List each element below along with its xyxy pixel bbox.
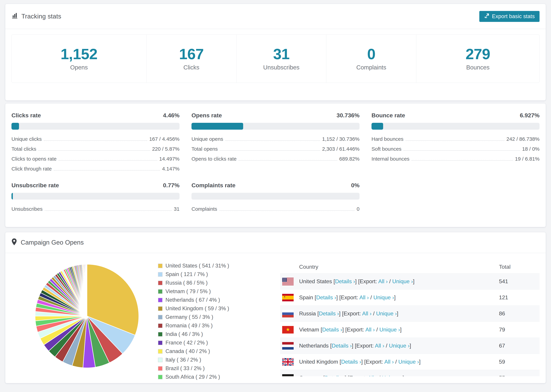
stat-label: Clicks (184, 64, 199, 71)
geo-country-table: Country Total United States [Details ›] … (280, 260, 540, 376)
legend-label: Spain ( 121 / 7% ) (165, 271, 208, 277)
rate-title: Complaints rate (191, 182, 235, 189)
rate-title: Unsubscribe rate (11, 182, 59, 189)
rate-value: 30.736% (337, 112, 360, 119)
table-row: Vietnam [Details ›] [Export: All › / Uni… (280, 322, 540, 338)
details-link[interactable]: Details › (316, 294, 336, 301)
table-row: Russia [Details ›] [Export: All › / Uniq… (280, 305, 540, 322)
legend-item: Romania ( 49 / 3% ) (158, 322, 268, 329)
campaign-geo-opens-card: Campaign Geo Opens United States ( 541 /… (5, 232, 546, 383)
export-icon (484, 13, 490, 20)
russia-flag-icon (282, 310, 294, 317)
total-value: 86 (499, 310, 540, 317)
unsubscribe-rate-block: Unsubscribe rate 0.77% Unsubscribes31 (11, 182, 179, 216)
geo-pie-chart (34, 263, 140, 370)
legend-label: United Kingdom ( 59 / 3% ) (165, 305, 229, 312)
details-link[interactable]: Details › (325, 375, 345, 376)
legend-label: Brazil ( 33 / 2% ) (165, 365, 205, 371)
stat-row: Hard bounces242 / 86.738% (372, 136, 540, 146)
export-unique-link[interactable]: Unique › (373, 294, 394, 301)
export-basic-stats-button[interactable]: Export basic stats (479, 11, 540, 22)
rate-value: 6.927% (520, 112, 540, 119)
details-link[interactable]: Details › (335, 278, 355, 284)
total-value: 121 (499, 294, 540, 301)
tracking-stats-card: Tracking stats Export basic stats 1,152 … (5, 4, 546, 101)
rate-value: 0.77% (163, 182, 179, 189)
export-unique-link[interactable]: Unique › (382, 375, 403, 376)
legend-swatch (158, 306, 162, 311)
stat-row: Clicks to opens rate14.497% (11, 156, 179, 166)
column-header-total: Total (499, 264, 540, 270)
export-all-link[interactable]: All › (359, 294, 369, 301)
rate-value: 0% (351, 182, 360, 189)
total-value: 79 (499, 327, 540, 333)
legend-item: South Africa ( 29 / 2% ) (158, 374, 268, 380)
legend-item: Spain ( 121 / 7% ) (158, 271, 268, 277)
total-value: 55 (499, 375, 540, 376)
legend-swatch (158, 264, 162, 268)
table-row: Netherlands [Details ›] [Export: All › /… (280, 338, 540, 354)
stat-row: Internal bounces19 / 6.81% (372, 156, 540, 166)
stat-value: 31 (273, 47, 290, 62)
legend-label: Netherlands ( 67 / 4% ) (165, 297, 220, 303)
export-all-link[interactable]: All › (362, 310, 372, 317)
export-all-link[interactable]: All › (368, 375, 377, 376)
legend-swatch (158, 358, 162, 362)
export-all-link[interactable]: All › (365, 327, 375, 333)
total-value: 59 (499, 359, 540, 365)
stat-row: Complaints0 (191, 206, 360, 216)
details-link[interactable]: Details › (341, 359, 361, 365)
spain-flag-icon (282, 294, 294, 301)
complaints-rate-block: Complaints rate 0% Complaints0 (191, 182, 360, 216)
clicks-rate-bar (11, 123, 179, 130)
stat-opens: 1,152 Opens (12, 35, 147, 83)
legend-swatch (158, 315, 162, 320)
legend-item: Russia ( 86 / 5% ) (158, 280, 268, 286)
geo-legend: United States ( 541 / 31% )Spain ( 121 /… (158, 263, 268, 382)
geo-header: Campaign Geo Opens (5, 232, 546, 253)
section-title: Campaign Geo Opens (21, 239, 84, 246)
stat-bounces: 279 Bounces (416, 35, 539, 83)
stat-row: Unique opens1,152 / 30.736% (191, 136, 360, 146)
details-link[interactable]: Details › (319, 310, 339, 317)
legend-item: Canada ( 40 / 2% ) (158, 348, 268, 354)
export-unique-link[interactable]: Unique › (379, 327, 400, 333)
unsubscribe-rate-bar (11, 193, 179, 200)
bounce-rate-block: Bounce rate 6.927% Hard bounces242 / 86.… (372, 112, 540, 176)
opens-rate-block: Opens rate 30.736% Unique opens1,152 / 3… (191, 112, 360, 176)
legend-item: United Kingdom ( 59 / 3% ) (158, 305, 268, 312)
netherlands-flag-icon (282, 342, 294, 350)
rate-title: Clicks rate (11, 112, 41, 119)
legend-swatch (158, 272, 162, 277)
stat-complaints: 0 Complaints (326, 35, 416, 83)
stat-row: Opens to clicks rate689.82% (191, 156, 360, 166)
bar-chart-icon (11, 12, 18, 20)
export-unique-link[interactable]: Unique › (392, 278, 413, 284)
export-unique-link[interactable]: Unique › (389, 343, 410, 349)
stat-row: Total clicks220 / 5.87% (11, 146, 179, 156)
complaints-rate-bar (191, 193, 360, 200)
clicks-rate-block: Clicks rate 4.46% Unique clicks167 / 4.4… (11, 112, 179, 176)
export-unique-link[interactable]: Unique › (398, 359, 419, 365)
legend-swatch (158, 323, 162, 328)
export-all-link[interactable]: All › (378, 278, 388, 284)
export-all-link[interactable]: All › (384, 359, 394, 365)
legend-item: Brazil ( 33 / 2% ) (158, 365, 268, 371)
page-title: Tracking stats (21, 13, 61, 20)
legend-label: India ( 46 / 3% ) (165, 331, 203, 337)
export-unique-link[interactable]: Unique › (376, 310, 397, 317)
stat-label: Opens (70, 64, 88, 71)
stat-label: Complaints (356, 64, 386, 71)
details-link[interactable]: Details › (322, 327, 342, 333)
legend-swatch (158, 349, 162, 354)
map-pin-icon (11, 238, 17, 247)
stat-label: Unsubscribes (263, 64, 299, 71)
total-value: 541 (499, 278, 540, 285)
table-row: United States [Details ›] [Export: All ›… (280, 273, 540, 289)
legend-label: Germany ( 55 / 3% ) (165, 314, 213, 320)
legend-label: France ( 42 / 2% ) (165, 340, 208, 346)
export-all-link[interactable]: All › (375, 343, 384, 349)
table-row: United Kingdom [Details ›] [Export: All … (280, 354, 540, 370)
table-row: Spain [Details ›] [Export: All › / Uniqu… (280, 289, 540, 305)
details-link[interactable]: Details › (332, 343, 352, 349)
